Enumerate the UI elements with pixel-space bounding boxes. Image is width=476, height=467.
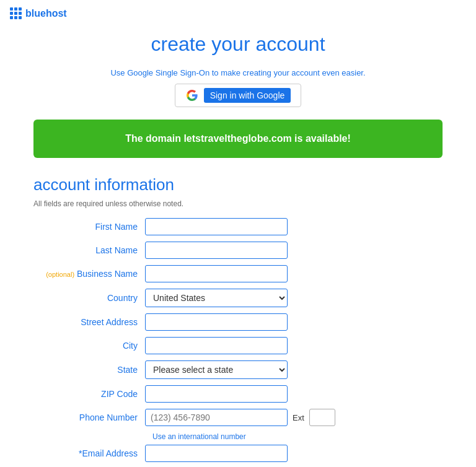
city-input[interactable] bbox=[145, 337, 288, 354]
google-signin-label: Sign in with Google bbox=[204, 88, 291, 103]
last-name-input[interactable] bbox=[145, 242, 288, 259]
ext-label: Ext bbox=[293, 413, 304, 422]
business-name-label-text: Business Name bbox=[77, 269, 138, 279]
street-address-input[interactable] bbox=[145, 313, 288, 331]
logo-text: bluehost bbox=[25, 8, 67, 19]
main-content: create your account Use Google Single Si… bbox=[21, 27, 455, 467]
state-label: State bbox=[33, 365, 145, 375]
state-select[interactable]: Please select a state Alabama Alaska Ari… bbox=[145, 360, 288, 379]
page-title: create your account bbox=[33, 33, 443, 56]
email-input[interactable] bbox=[145, 445, 288, 462]
zip-row: ZIP Code bbox=[33, 385, 443, 403]
international-number-link[interactable]: Use an international number bbox=[152, 432, 443, 441]
google-sso-section: Use Google Single Sign-On to make creati… bbox=[33, 68, 443, 107]
phone-row: Phone Number Ext bbox=[33, 409, 443, 426]
zip-label: ZIP Code bbox=[33, 389, 145, 399]
phone-input-group: Ext bbox=[145, 409, 335, 426]
email-label: *Email Address bbox=[33, 448, 145, 458]
city-row: City bbox=[33, 337, 443, 354]
phone-input[interactable] bbox=[145, 409, 288, 426]
last-name-label: Last Name bbox=[33, 245, 145, 255]
phone-label: Phone Number bbox=[33, 412, 145, 422]
street-address-label: Street Address bbox=[33, 317, 145, 327]
google-sso-text: Use Google Single Sign-On to make creati… bbox=[33, 68, 443, 77]
zip-input[interactable] bbox=[145, 385, 288, 403]
google-signin-button[interactable]: Sign in with Google bbox=[175, 84, 302, 107]
logo-grid-icon bbox=[10, 7, 22, 19]
page-header: bluehost bbox=[0, 0, 476, 27]
google-g-icon bbox=[185, 89, 199, 102]
business-name-row: (optional) Business Name bbox=[33, 265, 443, 282]
country-select[interactable]: United States Canada United Kingdom Aust… bbox=[145, 289, 288, 307]
state-row: State Please select a state Alabama Alas… bbox=[33, 360, 443, 379]
account-form: First Name Last Name (optional) Business… bbox=[33, 218, 443, 467]
ext-input[interactable] bbox=[309, 409, 335, 426]
country-label: Country bbox=[33, 293, 145, 303]
domain-banner-text: The domain letstraveltheglobe.com is ava… bbox=[125, 133, 351, 144]
account-section-title: account information bbox=[33, 175, 443, 194]
first-name-input[interactable] bbox=[145, 218, 288, 235]
required-note: All fields are required unless otherwise… bbox=[33, 199, 443, 208]
street-address-row: Street Address bbox=[33, 313, 443, 331]
logo: bluehost bbox=[10, 7, 67, 19]
city-label: City bbox=[33, 341, 145, 351]
business-name-input[interactable] bbox=[145, 265, 288, 282]
domain-availability-banner: The domain letstraveltheglobe.com is ava… bbox=[33, 120, 443, 158]
country-row: Country United States Canada United King… bbox=[33, 289, 443, 307]
optional-tag: (optional) bbox=[46, 271, 74, 278]
first-name-row: First Name bbox=[33, 218, 443, 235]
business-name-label: (optional) Business Name bbox=[33, 269, 145, 279]
first-name-label: First Name bbox=[33, 222, 145, 232]
last-name-row: Last Name bbox=[33, 242, 443, 259]
email-row: *Email Address bbox=[33, 445, 443, 462]
